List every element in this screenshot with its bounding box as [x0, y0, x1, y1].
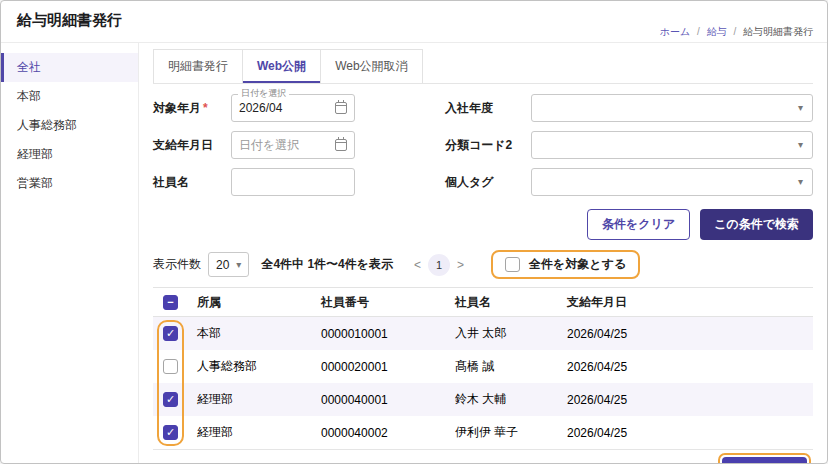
personal-tag-select[interactable]: ▾ [531, 168, 813, 196]
sidebar-item-sales[interactable]: 営業部 [1, 169, 138, 198]
pay-date-placeholder: 日付を選択 [239, 137, 299, 154]
target-month-value: 2026/04 [239, 101, 282, 115]
department-sidebar: 全社 本部 人事総務部 経理部 営業部 [1, 43, 139, 463]
tab-web-publish-cancel[interactable]: Web公開取消 [320, 49, 422, 83]
cell-employee-name: 髙橋 誠 [455, 358, 567, 375]
hire-year-select[interactable]: ▾ [531, 94, 813, 122]
tab-bar: 明細書発行 Web公開 Web公開取消 [153, 49, 813, 84]
main-content: 明細書発行 Web公開 Web公開取消 対象年月* 日付を選択 2026/04 … [139, 43, 827, 463]
minus-icon: − [167, 297, 173, 308]
chevron-down-icon: ▾ [236, 260, 241, 270]
personal-tag-label: 個人タグ [445, 174, 531, 191]
cell-employee-name: 入井 太郎 [455, 325, 567, 342]
table-row[interactable]: ✓ − 本部 0000010001 入井 太郎 2026/04/25 [153, 317, 813, 350]
cell-employee-number: 0000040001 [321, 393, 455, 407]
tab-issue-payslip[interactable]: 明細書発行 [153, 49, 243, 83]
result-summary: 全4件中 1件〜4件を表示 [261, 256, 393, 273]
table-row[interactable]: ✓ − 経理部 0000040002 伊利伊 華子 2026/04/25 [153, 416, 813, 449]
chevron-down-icon: ▾ [798, 140, 803, 150]
app-window: 給与明細書発行 ホーム / 給与 / 給与明細書発行 全社 本部 人事総務部 経… [0, 0, 828, 464]
cell-pay-date: 2026/04/25 [567, 327, 813, 341]
page-size-select[interactable]: 20 ▾ [208, 252, 249, 277]
breadcrumb: ホーム / 給与 / 給与明細書発行 [660, 25, 813, 39]
calendar-icon[interactable] [335, 102, 347, 114]
tab-web-publish[interactable]: Web公開 [242, 49, 321, 83]
clear-conditions-button[interactable]: 条件をクリア [587, 209, 690, 240]
hire-year-label: 入社年度 [445, 100, 531, 117]
category-code2-label: 分類コード2 [445, 137, 531, 154]
required-mark: * [203, 101, 208, 115]
select-all-records-toggle[interactable]: ✓ − 全件を対象とする [491, 250, 640, 279]
cell-pay-date: 2026/04/25 [567, 426, 813, 440]
breadcrumb-separator: / [733, 26, 736, 37]
filter-actions: 条件をクリア この条件で検索 [153, 209, 813, 240]
cell-department: 経理部 [197, 424, 321, 441]
sidebar-item-hr-general-affairs[interactable]: 人事総務部 [1, 111, 138, 140]
row-checkbox[interactable]: ✓ − [163, 326, 178, 341]
select-all-rows-checkbox[interactable]: ✓ − [163, 295, 178, 310]
page-body: 全社 本部 人事総務部 経理部 営業部 明細書発行 Web公開 Web公開取消 … [1, 43, 827, 463]
employee-name-input[interactable] [231, 168, 355, 196]
target-month-field[interactable]: 日付を選択 2026/04 [231, 94, 355, 122]
select-all-records-checkbox[interactable]: ✓ − [505, 257, 520, 272]
employee-name-label: 社員名 [153, 174, 231, 191]
chevron-down-icon: ▾ [798, 177, 803, 187]
action-footer: Web公開 [153, 449, 813, 464]
breadcrumb-separator: / [697, 26, 700, 37]
column-header-employee-number: 社員番号 [321, 294, 455, 311]
calendar-icon[interactable] [335, 139, 347, 151]
breadcrumb-home-link[interactable]: ホーム [660, 26, 690, 37]
publish-button-highlight: Web公開 [718, 453, 811, 464]
list-controls: 表示件数 20 ▾ 全4件中 1件〜4件を表示 < 1 > ✓ − 全件を対象と… [153, 250, 813, 279]
category-code2-select[interactable]: ▾ [531, 131, 813, 159]
pay-date-field[interactable]: 日付を選択 [231, 131, 355, 159]
target-month-float-label: 日付を選択 [238, 88, 289, 98]
page-size-value: 20 [216, 258, 229, 272]
cell-employee-number: 0000020001 [321, 360, 455, 374]
check-icon: ✓ [166, 394, 175, 405]
breadcrumb-current: 給与明細書発行 [743, 26, 813, 37]
filter-row-3: 社員名 個人タグ ▾ [153, 168, 813, 196]
cell-department: 本部 [197, 325, 321, 342]
page-size-label: 表示件数 [153, 256, 201, 273]
cell-employee-number: 0000010001 [321, 327, 455, 341]
table-row[interactable]: ✓ − 経理部 0000040001 鈴木 大輔 2026/04/25 [153, 383, 813, 416]
target-month-label: 対象年月* [153, 100, 231, 117]
employee-table: ✓ − 所属 社員番号 社員名 支給年月日 ✓ − [153, 287, 813, 449]
web-publish-button[interactable]: Web公開 [722, 457, 807, 464]
column-header-department: 所属 [197, 294, 321, 311]
cell-employee-name: 鈴木 大輔 [455, 391, 567, 408]
sidebar-item-headquarters[interactable]: 本部 [1, 82, 138, 111]
cell-employee-number: 0000040002 [321, 426, 455, 440]
check-icon: ✓ [166, 328, 175, 339]
search-button[interactable]: この条件で検索 [700, 209, 813, 240]
page-title: 給与明細書発行 [17, 11, 122, 30]
check-icon: ✓ [166, 427, 175, 438]
row-checkbox[interactable]: ✓ − [163, 425, 178, 440]
column-header-employee-name: 社員名 [455, 294, 567, 311]
pay-date-label: 支給年月日 [153, 137, 231, 154]
row-checkbox[interactable]: ✓ − [163, 359, 178, 374]
pagination-page-1[interactable]: 1 [428, 254, 450, 276]
table-body: ✓ − 本部 0000010001 入井 太郎 2026/04/25 ✓ [153, 317, 813, 449]
cell-pay-date: 2026/04/25 [567, 360, 813, 374]
column-header-pay-date: 支給年月日 [567, 294, 813, 311]
table-header-row: ✓ − 所属 社員番号 社員名 支給年月日 [153, 287, 813, 317]
cell-pay-date: 2026/04/25 [567, 393, 813, 407]
pagination-next-icon[interactable]: > [452, 258, 469, 272]
pagination-prev-icon[interactable]: < [409, 258, 426, 272]
filter-row-2: 支給年月日 日付を選択 分類コード2 ▾ [153, 131, 813, 159]
cell-employee-name: 伊利伊 華子 [455, 424, 567, 441]
chevron-down-icon: ▾ [798, 103, 803, 113]
sidebar-item-all-company[interactable]: 全社 [1, 53, 138, 82]
cell-department: 経理部 [197, 391, 321, 408]
row-checkbox[interactable]: ✓ − [163, 392, 178, 407]
page-header: 給与明細書発行 ホーム / 給与 / 給与明細書発行 [1, 1, 827, 43]
table-row[interactable]: ✓ − 人事総務部 0000020001 髙橋 誠 2026/04/25 [153, 350, 813, 383]
breadcrumb-payroll-link[interactable]: 給与 [707, 26, 727, 37]
sidebar-item-accounting[interactable]: 経理部 [1, 140, 138, 169]
filter-row-1: 対象年月* 日付を選択 2026/04 入社年度 ▾ [153, 94, 813, 122]
cell-department: 人事総務部 [197, 358, 321, 375]
select-all-records-label: 全件を対象とする [529, 256, 626, 273]
